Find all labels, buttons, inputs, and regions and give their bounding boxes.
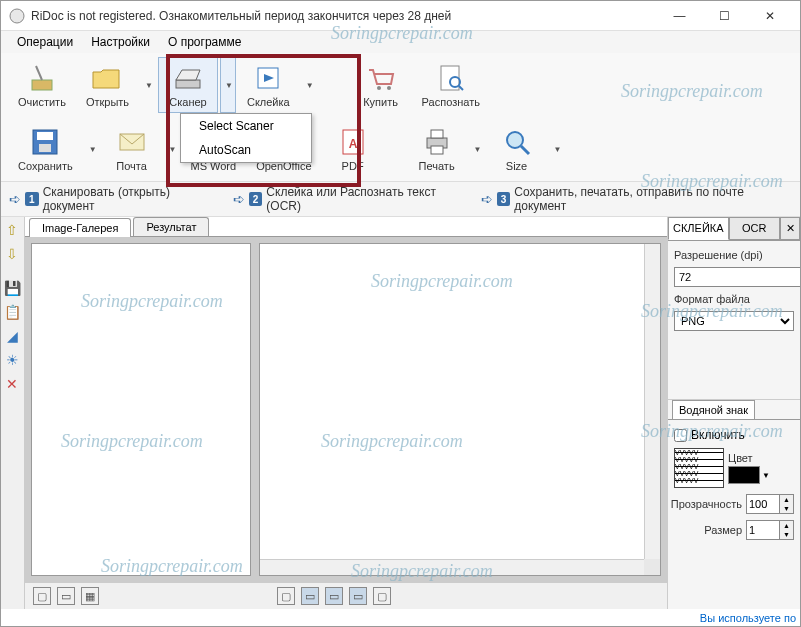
save-dropdown[interactable]: ▼: [84, 121, 100, 177]
recognize-button[interactable]: Распознать: [413, 57, 489, 113]
color-swatch[interactable]: [728, 466, 760, 484]
svg-rect-12: [37, 132, 53, 140]
nav-last-icon[interactable]: ▢: [373, 587, 391, 605]
mail-dropdown[interactable]: ▼: [164, 121, 180, 177]
size-label: Size: [506, 160, 527, 172]
stitch-button[interactable]: Склейка: [238, 57, 299, 113]
open-dropdown[interactable]: ▼: [140, 57, 156, 113]
right-panel: [259, 243, 661, 576]
printer-icon: [421, 126, 453, 158]
autoscan-item[interactable]: AutoScan: [181, 138, 311, 162]
delete-icon[interactable]: ✕: [3, 375, 21, 393]
pdf-icon: A: [337, 126, 369, 158]
scanner-label: Сканер: [169, 96, 206, 108]
scanner-icon: [172, 62, 204, 94]
side-panel-close[interactable]: ✕: [780, 217, 800, 240]
watermark-enable-checkbox[interactable]: [674, 429, 687, 442]
left-tool-strip: ⇧ ⇩ 💾 📋 ◢ ☀ ✕: [1, 217, 25, 609]
menu-settings[interactable]: Настройки: [83, 33, 158, 51]
select-scanner-item[interactable]: Select Scaner: [181, 114, 311, 138]
tab-result[interactable]: Результат: [133, 217, 209, 236]
spin-up-icon[interactable]: ▲: [780, 521, 793, 530]
center-column: Image-Галерея Результат ▢ ▭ ▦ ▢ ▭ ▭ ▭ ▢: [25, 217, 668, 609]
nav-page-icon[interactable]: ▭: [325, 587, 343, 605]
svg-rect-22: [431, 130, 443, 138]
scanner-dropdown-btn[interactable]: ▼: [220, 57, 236, 113]
buy-button[interactable]: Купить: [351, 57, 411, 113]
arrow-right-icon: ➪: [233, 191, 245, 207]
rotate-icon[interactable]: ◢: [3, 327, 21, 345]
watermark-enable-row[interactable]: Включить: [674, 428, 794, 442]
tab-stitch[interactable]: СКЛЕЙКА: [668, 217, 729, 240]
arrow-down-icon[interactable]: ⇩: [3, 245, 21, 263]
side-body: Разрешение (dpi) … Формат файла PNG: [668, 241, 800, 339]
arrow-up-icon[interactable]: ⇧: [3, 221, 21, 239]
brightness-icon[interactable]: ☀: [3, 351, 21, 369]
transparency-label: Прозрачность: [671, 498, 742, 510]
broom-icon: [26, 62, 58, 94]
print-label: Печать: [419, 160, 455, 172]
view-grid-icon[interactable]: ▦: [81, 587, 99, 605]
step-2: ➪ 2 Склейка или Распознать текст (OCR): [233, 185, 469, 213]
nav-first-icon[interactable]: ▢: [277, 587, 295, 605]
size-spinner[interactable]: ▲▼: [746, 520, 794, 540]
step-1: ➪ 1 Сканировать (открыть) документ: [9, 185, 221, 213]
scanner-button[interactable]: Сканер: [158, 57, 218, 113]
mail-icon: [116, 126, 148, 158]
print-dropdown[interactable]: ▼: [469, 121, 485, 177]
step-number: 1: [25, 192, 39, 206]
save-button[interactable]: Сохранить: [9, 121, 82, 177]
menu-operations[interactable]: Операции: [9, 33, 81, 51]
scrollbar-horizontal[interactable]: [260, 559, 644, 575]
pdf-button[interactable]: A PDF: [323, 121, 383, 177]
spin-up-icon[interactable]: ▲: [780, 495, 793, 504]
view-double-icon[interactable]: ▭: [57, 587, 75, 605]
size-dropdown[interactable]: ▼: [549, 121, 565, 177]
step-text: Сохранить, печатать, отправить по почте …: [514, 185, 792, 213]
close-button[interactable]: ✕: [747, 2, 792, 30]
spin-down-icon[interactable]: ▼: [780, 504, 793, 513]
svg-rect-23: [431, 146, 443, 154]
side-tabs: СКЛЕЙКА OCR ✕: [668, 217, 800, 241]
left-panel: [31, 243, 251, 576]
size-input[interactable]: [747, 521, 779, 539]
svg-rect-1: [32, 80, 52, 90]
chevron-down-icon[interactable]: ▼: [760, 471, 772, 480]
clear-button[interactable]: Очистить: [9, 57, 75, 113]
color-label: Цвет: [728, 452, 772, 464]
save-label: Сохранить: [18, 160, 73, 172]
format-select[interactable]: PNG: [674, 311, 794, 331]
pattern-preview[interactable]: VVVVVVVVVVVVVVVVVVVVVVVVV: [674, 448, 724, 488]
size-button[interactable]: Size: [487, 121, 547, 177]
tab-image-gallery[interactable]: Image-Галерея: [29, 218, 131, 237]
folder-open-icon: [91, 62, 123, 94]
side-panel: СКЛЕЙКА OCR ✕ Разрешение (dpi) … Формат …: [668, 217, 800, 609]
arrow-right-icon: ➪: [9, 191, 21, 207]
nav-prev-icon[interactable]: ▭: [301, 587, 319, 605]
watermark-tab[interactable]: Водяной знак: [672, 400, 755, 419]
main-tab-strip: Image-Галерея Результат: [25, 217, 667, 237]
tab-ocr[interactable]: OCR: [729, 217, 780, 240]
mail-button[interactable]: Почта: [102, 121, 162, 177]
maximize-button[interactable]: ☐: [702, 2, 747, 30]
svg-point-24: [507, 132, 523, 148]
resolution-input[interactable]: [674, 267, 801, 287]
toolbar-row-1: Очистить Открыть ▼ Сканер ▼ Склейка ▼ Ку…: [1, 53, 800, 117]
save-tool-icon[interactable]: 💾: [3, 279, 21, 297]
view-single-icon[interactable]: ▢: [33, 587, 51, 605]
scrollbar-vertical[interactable]: [644, 244, 660, 559]
spin-down-icon[interactable]: ▼: [780, 530, 793, 539]
stitch-dropdown[interactable]: ▼: [301, 57, 317, 113]
status-link[interactable]: Вы используете по: [700, 612, 796, 624]
svg-rect-13: [39, 144, 51, 152]
transparency-input[interactable]: [747, 495, 779, 513]
minimize-button[interactable]: —: [657, 2, 702, 30]
clipboard-icon[interactable]: 📋: [3, 303, 21, 321]
menu-about[interactable]: О программе: [160, 33, 249, 51]
open-button[interactable]: Открыть: [77, 57, 138, 113]
svg-point-6: [377, 86, 381, 90]
stitch-icon: [252, 62, 284, 94]
transparency-spinner[interactable]: ▲▼: [746, 494, 794, 514]
nav-next-icon[interactable]: ▭: [349, 587, 367, 605]
print-button[interactable]: Печать: [407, 121, 467, 177]
